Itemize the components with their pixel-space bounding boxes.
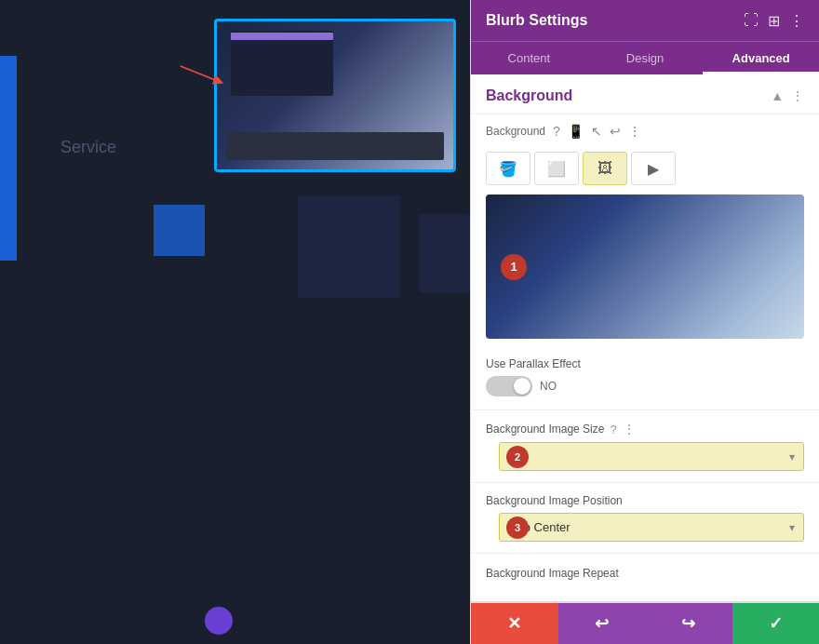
image-size-select[interactable]: Fit Cover Stretch Tile	[499, 442, 804, 471]
background-image-preview: 1	[486, 195, 804, 339]
section-header-background: Background ▲ ⋮	[471, 74, 819, 114]
laptop-image	[214, 19, 456, 172]
image-size-field-row: Background Image Size ? ⋮ 2 Fit Cover St…	[471, 416, 819, 476]
help-icon[interactable]: ?	[553, 124, 560, 139]
confirm-button[interactable]: ✓	[732, 603, 820, 644]
mobile-icon[interactable]: 📱	[568, 124, 584, 139]
bg-type-color[interactable]: 🪣	[486, 152, 530, 185]
redo-button[interactable]: ↪	[645, 603, 732, 644]
image-size-select-wrapper: 2 Fit Cover Stretch Tile ▾	[499, 442, 804, 471]
image-repeat-field: Background Image Repeat	[471, 559, 819, 593]
action-bar: ✕ ↩ ↪ ✓	[471, 601, 819, 644]
collapse-icon[interactable]: ▲	[771, 88, 784, 103]
parallax-toggle-group: NO	[486, 376, 804, 396]
tab-design[interactable]: Design	[587, 42, 704, 74]
paint-icon: 🪣	[499, 160, 517, 178]
cursor-icon[interactable]: ↖	[591, 124, 602, 139]
red-arrow-icon	[177, 60, 233, 88]
tab-advanced[interactable]: Advanced	[703, 42, 819, 74]
badge-2: 2	[506, 446, 529, 468]
image-size-select-container: Fit Cover Stretch Tile ▾	[499, 442, 804, 471]
image-size-help-icon[interactable]: ?	[610, 423, 616, 436]
undo-icon: ↩	[595, 613, 609, 634]
parallax-toggle[interactable]	[486, 376, 532, 396]
blue-bar-left	[0, 56, 17, 261]
image-size-label: Background Image Size	[486, 423, 604, 436]
bg-type-image[interactable]: 🖼	[583, 152, 627, 185]
image-position-label: Background Image Position	[486, 494, 623, 507]
settings-panel: Blurb Settings ⛶ ⊞ ⋮ Content Design Adva…	[470, 0, 819, 644]
background-label: Background	[486, 125, 545, 138]
cancel-icon: ✕	[507, 613, 521, 634]
image-repeat-label: Background Image Repeat	[486, 567, 804, 580]
parallax-field: Use Parallax Effect NO	[471, 350, 819, 404]
image-icon: 🖼	[597, 160, 612, 177]
cancel-button[interactable]: ✕	[471, 603, 558, 644]
image-position-select-wrapper: 3 Top Left Top Center Top Right Center L…	[499, 513, 804, 542]
divider-2	[471, 482, 819, 483]
toggle-value: NO	[540, 380, 557, 393]
confirm-icon: ✓	[769, 613, 783, 634]
canvas-area: Service	[0, 0, 470, 644]
panel-title: Blurb Settings	[486, 12, 587, 29]
divider-3	[471, 553, 819, 554]
image-position-select-container: Top Left Top Center Top Right Center Lef…	[499, 513, 804, 542]
panel-header-icons: ⛶ ⊞ ⋮	[744, 12, 804, 30]
image-size-more-icon[interactable]: ⋮	[623, 422, 636, 436]
more-options-icon[interactable]: ⋮	[789, 12, 804, 30]
panel-content: Background ▲ ⋮ Background ? 📱 ↖ ↩ ⋮ 🪣 ⬜ …	[471, 74, 819, 601]
toggle-knob	[514, 378, 530, 395]
image-position-select[interactable]: Top Left Top Center Top Right Center Lef…	[499, 513, 804, 542]
image-position-label-row: Background Image Position	[486, 494, 804, 507]
image-size-label-row: Background Image Size ? ⋮	[486, 422, 804, 436]
undo-button[interactable]: ↩	[558, 603, 646, 644]
blue-square-decoration	[154, 205, 205, 256]
dark-square-1	[298, 195, 400, 298]
image-position-field-row: Background Image Position 3 Top Left Top…	[471, 489, 819, 547]
gradient-icon: ⬜	[547, 160, 566, 178]
section-title: Background	[486, 87, 572, 104]
redo-icon: ↪	[681, 613, 695, 634]
parallax-label: Use Parallax Effect	[486, 357, 804, 370]
panel-header: Blurb Settings ⛶ ⊞ ⋮	[471, 0, 819, 41]
preview-badge-1: 1	[501, 254, 527, 280]
purple-circle-hint	[205, 607, 233, 635]
tab-content[interactable]: Content	[471, 42, 587, 74]
bg-more-icon[interactable]: ⋮	[628, 124, 641, 139]
bg-type-video[interactable]: ▶	[631, 152, 676, 185]
grid-icon[interactable]: ⊞	[768, 12, 780, 30]
service-text: Service	[60, 138, 116, 157]
dark-square-2	[419, 214, 470, 293]
video-icon: ▶	[648, 160, 659, 178]
section-more-icon[interactable]: ⋮	[791, 88, 804, 103]
section-header-icons: ▲ ⋮	[771, 88, 804, 103]
fullscreen-icon[interactable]: ⛶	[744, 12, 759, 29]
background-row: Background ? 📱 ↖ ↩ ⋮	[471, 114, 819, 148]
svg-line-1	[181, 66, 219, 82]
undo-bg-icon[interactable]: ↩	[610, 124, 621, 139]
bg-type-gradient[interactable]: ⬜	[534, 152, 579, 185]
divider-1	[471, 409, 819, 410]
badge-3: 3	[506, 517, 529, 539]
bg-type-row: 🪣 ⬜ 🖼 ▶	[471, 148, 819, 195]
tab-bar: Content Design Advanced	[471, 41, 819, 74]
